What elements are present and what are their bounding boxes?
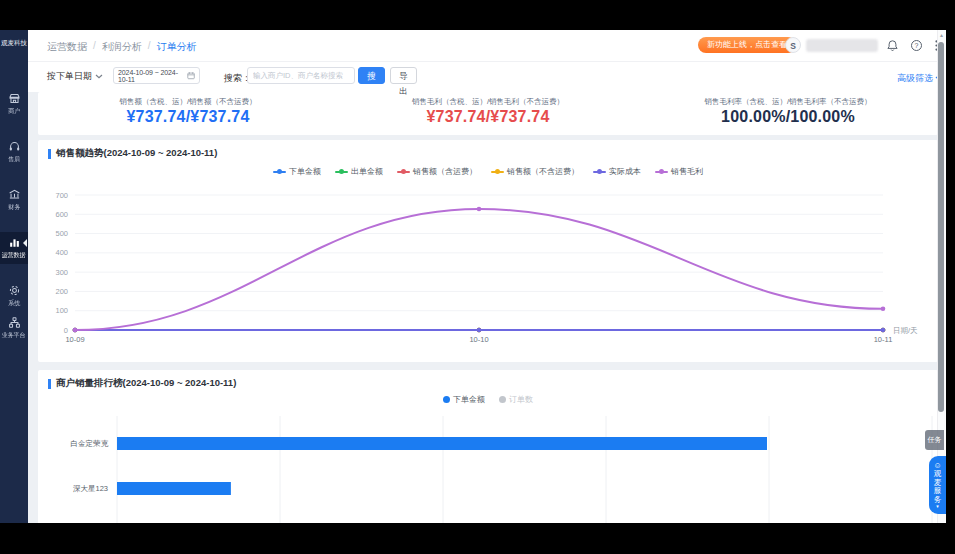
- service-fab-label: 观麦服务: [934, 470, 942, 504]
- legend-item-1[interactable]: 出单金额: [335, 166, 383, 177]
- scrollbar-thumb[interactable]: [938, 42, 944, 412]
- svg-text:深大星123: 深大星123: [73, 484, 108, 493]
- advanced-filter-label: 高级筛选: [897, 72, 933, 85]
- gear-icon: [8, 284, 21, 297]
- sidebar: 观麦科技 商户售后财务运营数据系统业务平台: [0, 30, 28, 523]
- kpi-value: 100.00%/100.00%: [638, 108, 938, 126]
- svg-text:10-09: 10-09: [65, 335, 84, 344]
- sidebar-item-finance[interactable]: 财务: [0, 184, 28, 216]
- date-type-label: 按下单日期: [47, 70, 92, 83]
- svg-text:10-10: 10-10: [469, 335, 488, 344]
- sidebar-item-aftersale[interactable]: 售后: [0, 136, 28, 168]
- top-bar: 运营数据/利润分析/订单分析 新功能上线，点击查看 S ?: [28, 30, 946, 62]
- search-button[interactable]: 搜索: [358, 67, 385, 84]
- legend-item-0[interactable]: 下单金额: [273, 166, 321, 177]
- legend-marker: [499, 396, 506, 403]
- breadcrumb-item[interactable]: 运营数据: [47, 40, 87, 54]
- date-range-value: 2024-10-09 ~ 2024-10-11: [118, 69, 187, 83]
- svg-text:700: 700: [55, 191, 68, 200]
- help-icon[interactable]: ?: [910, 39, 923, 52]
- sidebar-item-merchant[interactable]: 商户: [0, 88, 28, 120]
- svg-text:300: 300: [55, 268, 68, 277]
- chevron-down-icon: ▾: [936, 504, 939, 509]
- avatar[interactable]: S: [785, 37, 801, 53]
- customer-service-fab[interactable]: ☺ 观麦服务 ▾: [929, 456, 946, 514]
- title-accent-bar: [48, 379, 51, 389]
- task-tab[interactable]: 任务: [925, 430, 944, 450]
- svg-text:0: 0: [64, 326, 68, 335]
- breadcrumb-item[interactable]: 利润分析: [102, 40, 142, 54]
- sidebar-item-label: 运营数据: [2, 251, 26, 260]
- sidebar-item-label: 业务平台: [2, 331, 26, 340]
- promo-badge[interactable]: 新功能上线，点击查看: [698, 37, 796, 53]
- sidebar-item-business-platform[interactable]: 业务平台: [0, 312, 28, 344]
- legend-marker: [443, 396, 450, 403]
- legend-label: 销售额（不含运费）: [507, 166, 579, 177]
- bar-chart-icon: [8, 236, 21, 249]
- kpi-label: 销售毛利率（含税、运）/销售毛利率（不含运费）: [638, 97, 938, 107]
- sales-trend-legend: 下单金额出单金额销售额（含运费）销售额（不含运费）实际成本销售毛利: [38, 166, 938, 177]
- kpi-card: 销售毛利（含税、运）/销售毛利（不含运费）¥737.74/¥737.74: [338, 92, 638, 135]
- kpi-value: ¥737.74/¥737.74: [38, 108, 338, 126]
- scrollbar-up-arrow[interactable]: ▴: [937, 31, 946, 39]
- title-accent-bar: [48, 149, 51, 159]
- legend-item-2[interactable]: 销售额（含运费）: [397, 166, 477, 177]
- filter-bar: 按下单日期 2024-10-09 ~ 2024-10-11 搜索： 搜索 导出 …: [28, 62, 946, 92]
- sidebar-item-operations-data[interactable]: 运营数据: [0, 232, 28, 264]
- org-chart-icon: [8, 316, 21, 329]
- legend-marker: [397, 171, 410, 173]
- headset-icon: [8, 140, 21, 153]
- legend-item-5[interactable]: 销售毛利: [655, 166, 703, 177]
- legend-marker: [655, 171, 668, 173]
- sales-trend-card: 销售额趋势(2024-10-09 ~ 2024-10-11) 下单金额出单金额销…: [38, 140, 938, 362]
- breadcrumb-separator: /: [93, 40, 96, 54]
- export-button[interactable]: 导出: [390, 67, 417, 84]
- legend-label: 下单金额: [289, 166, 321, 177]
- merchant-rank-card: 商户销量排行榜(2024-10-09 ~ 2024-10-11) 下单金额订单数…: [38, 370, 938, 523]
- svg-text:?: ?: [915, 42, 919, 49]
- svg-text:200: 200: [55, 287, 68, 296]
- legend-marker: [593, 171, 606, 173]
- active-item-notch: [23, 239, 27, 247]
- date-type-dropdown[interactable]: 按下单日期: [47, 70, 103, 83]
- legend-marker: [335, 171, 348, 173]
- legend-label: 下单金额: [453, 394, 485, 405]
- sidebar-item-system[interactable]: 系统: [0, 280, 28, 312]
- search-input[interactable]: [247, 67, 355, 84]
- sidebar-item-label: 财务: [8, 203, 20, 212]
- sidebar-item-label: 售后: [8, 155, 20, 164]
- svg-text:500: 500: [55, 229, 68, 238]
- legend-item-3[interactable]: 销售额（不含运费）: [491, 166, 579, 177]
- legend-item-4[interactable]: 实际成本: [593, 166, 641, 177]
- legend-marker: [273, 171, 286, 173]
- svg-text:日期/天: 日期/天: [893, 326, 918, 335]
- legend-item-0[interactable]: 下单金额: [443, 394, 485, 405]
- chart-title-text: 销售额趋势(2024-10-09 ~ 2024-10-11): [56, 147, 217, 160]
- notification-bell-icon[interactable]: [886, 39, 899, 52]
- chart-title-text: 商户销量排行榜(2024-10-09 ~ 2024-10-11): [56, 377, 236, 390]
- legend-label: 销售额（含运费）: [413, 166, 477, 177]
- legend-item-1[interactable]: 订单数: [499, 394, 533, 405]
- breadcrumb: 运营数据/利润分析/订单分析: [47, 40, 197, 54]
- legend-label: 订单数: [509, 394, 533, 405]
- svg-text:400: 400: [55, 248, 68, 257]
- user-name-redacted[interactable]: [806, 39, 878, 52]
- merchant-rank-title: 商户销量排行榜(2024-10-09 ~ 2024-10-11): [48, 377, 236, 390]
- breadcrumb-separator: /: [148, 40, 151, 54]
- svg-text:600: 600: [55, 210, 68, 219]
- legend-label: 出单金额: [351, 166, 383, 177]
- bank-icon: [8, 188, 21, 201]
- svg-text:100: 100: [55, 306, 68, 315]
- calendar-icon: [187, 71, 195, 80]
- merchant-rank-legend: 下单金额订单数: [38, 394, 938, 405]
- kpi-card: 销售额（含税、运）/销售额（不含运费）¥737.74/¥737.74: [38, 92, 338, 135]
- legend-marker: [491, 171, 504, 173]
- kpi-summary: 销售额（含税、运）/销售额（不含运费）¥737.74/¥737.74销售毛利（含…: [38, 92, 938, 135]
- kpi-label: 销售毛利（含税、运）/销售毛利（不含运费）: [338, 97, 638, 107]
- sidebar-item-label: 商户: [8, 107, 20, 116]
- chevron-down-icon: [95, 74, 103, 79]
- storefront-icon: [8, 92, 21, 105]
- sales-trend-title: 销售额趋势(2024-10-09 ~ 2024-10-11): [48, 147, 217, 160]
- date-range-input[interactable]: 2024-10-09 ~ 2024-10-11: [113, 67, 200, 84]
- breadcrumb-item[interactable]: 订单分析: [157, 40, 197, 54]
